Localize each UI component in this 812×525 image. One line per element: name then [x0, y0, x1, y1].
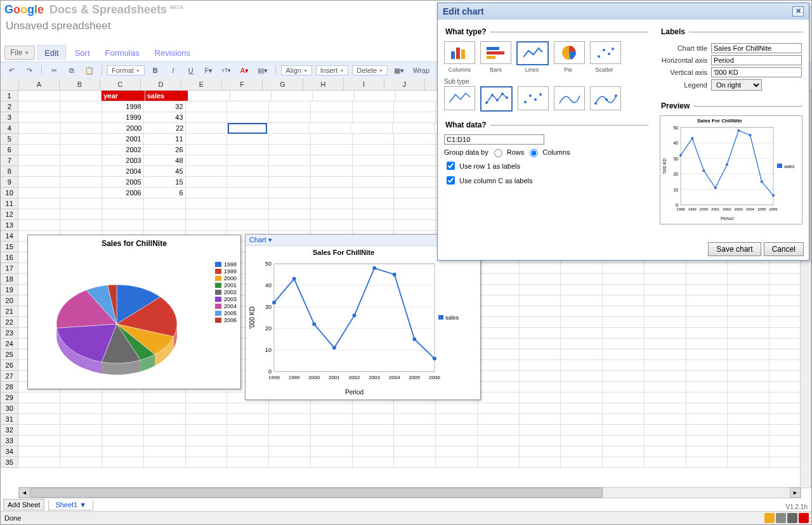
cell[interactable] — [60, 101, 102, 112]
row-header[interactable]: 11 — [1, 198, 18, 209]
cell[interactable] — [311, 166, 353, 177]
cell[interactable] — [520, 425, 561, 436]
cell[interactable] — [686, 317, 728, 328]
cell[interactable] — [436, 403, 478, 414]
cell[interactable]: 48 — [144, 155, 186, 166]
cell[interactable] — [728, 436, 769, 446]
cell[interactable] — [561, 392, 603, 403]
cell[interactable] — [60, 425, 102, 436]
row-header[interactable]: 29 — [1, 392, 18, 403]
cell[interactable] — [311, 414, 353, 425]
row-header[interactable]: 25 — [1, 349, 18, 360]
cell[interactable] — [686, 328, 728, 339]
cell[interactable] — [394, 145, 436, 155]
cell[interactable] — [144, 436, 186, 446]
cell[interactable]: sales — [145, 91, 188, 101]
type-bars[interactable] — [480, 41, 511, 64]
cell[interactable] — [686, 285, 728, 295]
cell[interactable] — [686, 274, 728, 285]
cell[interactable] — [227, 101, 269, 112]
cell[interactable]: 1999 — [102, 112, 144, 123]
cell[interactable] — [227, 457, 269, 468]
cell[interactable] — [520, 403, 561, 414]
cell[interactable] — [311, 101, 353, 112]
align-dropdown[interactable]: Align▼ — [281, 65, 311, 75]
cell[interactable] — [186, 101, 228, 112]
cell[interactable] — [561, 295, 603, 306]
cell[interactable] — [60, 177, 102, 188]
cell[interactable] — [269, 403, 311, 414]
insert-dropdown[interactable]: Insert▼ — [316, 65, 348, 75]
cell[interactable] — [311, 145, 353, 155]
cell[interactable] — [227, 145, 269, 155]
col-header[interactable]: A — [19, 79, 60, 90]
cell[interactable] — [18, 145, 60, 155]
tray-icon-1[interactable] — [764, 513, 775, 523]
cell[interactable] — [227, 112, 269, 123]
cell[interactable] — [561, 403, 603, 414]
cell[interactable] — [645, 414, 686, 425]
row-header[interactable]: 15 — [1, 242, 18, 252]
cell[interactable] — [144, 457, 186, 468]
cell[interactable] — [311, 134, 353, 145]
cell[interactable] — [478, 328, 520, 339]
cell[interactable] — [18, 403, 60, 414]
cell[interactable] — [520, 414, 561, 425]
cell[interactable] — [394, 177, 436, 188]
cell[interactable]: 2005 — [102, 177, 144, 188]
cell[interactable] — [520, 382, 561, 392]
bold-button[interactable]: B — [148, 66, 162, 75]
font-icon[interactable]: F▾ — [202, 66, 216, 75]
cell[interactable] — [351, 123, 393, 134]
cell[interactable] — [394, 425, 436, 436]
delete-dropdown[interactable]: Delete▼ — [352, 65, 388, 75]
cell[interactable] — [18, 436, 60, 446]
cell[interactable] — [686, 403, 728, 414]
row-header[interactable]: 32 — [1, 425, 18, 436]
file-menu-button[interactable]: File▼ — [4, 46, 35, 60]
cell[interactable] — [520, 349, 561, 360]
type-scatter[interactable] — [590, 41, 621, 64]
cell[interactable] — [60, 392, 102, 403]
cell[interactable] — [561, 436, 603, 446]
cell[interactable] — [144, 392, 186, 403]
cell[interactable] — [561, 339, 603, 349]
cell[interactable] — [393, 123, 435, 134]
undo-icon[interactable]: ↶ — [4, 66, 18, 75]
cell[interactable] — [394, 112, 436, 123]
cell[interactable] — [603, 403, 645, 414]
cell[interactable] — [686, 306, 728, 317]
cell[interactable] — [603, 339, 645, 349]
cell[interactable] — [18, 112, 60, 123]
cell[interactable] — [520, 317, 561, 328]
cell[interactable] — [186, 145, 228, 155]
tab-sort[interactable]: Sort — [69, 46, 96, 60]
cell[interactable] — [603, 446, 645, 457]
cell[interactable] — [686, 392, 728, 403]
cell[interactable] — [728, 382, 769, 392]
italic-button[interactable]: I — [166, 66, 180, 75]
cell[interactable] — [728, 414, 769, 425]
cell[interactable] — [18, 414, 60, 425]
cell[interactable] — [686, 263, 728, 274]
cell[interactable]: 2001 — [102, 134, 144, 145]
cell[interactable] — [272, 91, 313, 101]
cell[interactable] — [60, 436, 102, 446]
row-header[interactable]: 33 — [1, 436, 18, 446]
cancel-button[interactable]: Cancel — [764, 242, 804, 256]
cell[interactable] — [311, 155, 353, 166]
type-pie[interactable] — [554, 41, 585, 64]
cell[interactable] — [728, 446, 769, 457]
cell[interactable] — [269, 188, 311, 198]
cell[interactable] — [394, 446, 436, 457]
cell[interactable] — [269, 220, 311, 231]
cell[interactable] — [227, 414, 269, 425]
cell[interactable] — [269, 436, 311, 446]
cell[interactable] — [561, 328, 603, 339]
cell[interactable] — [186, 198, 228, 209]
cell[interactable] — [728, 392, 769, 403]
cell[interactable] — [18, 166, 60, 177]
cell[interactable] — [561, 349, 603, 360]
cell[interactable]: 15 — [144, 177, 186, 188]
cell[interactable] — [102, 403, 144, 414]
